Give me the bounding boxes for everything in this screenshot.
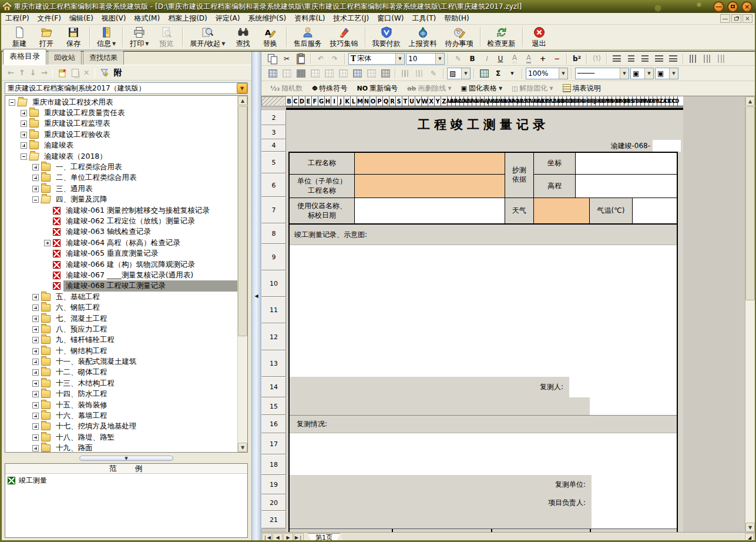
coordinate-input-cell[interactable] (576, 153, 677, 175)
tree-item[interactable]: 渝建竣-068 工程竣工测量记录 (5, 281, 237, 292)
expand-plus-icon[interactable] (21, 142, 27, 149)
tree-item[interactable]: 渝建竣-064 高程（标高）检查记录 (5, 237, 237, 248)
project-leader-input-cell[interactable] (592, 494, 677, 511)
row-header-5[interactable]: 5 (261, 152, 286, 173)
tree-item-label[interactable]: 十九、路面 (53, 443, 95, 452)
sheet-scroll-down-icon[interactable]: ▼ (745, 523, 755, 532)
align-center-icon[interactable] (624, 53, 637, 65)
tree-item-label[interactable]: 重庆建设工程质量责任表 (42, 108, 127, 119)
expand-plus-icon[interactable] (32, 337, 39, 343)
splitter-arrow-icon[interactable]: ◀ (254, 293, 258, 299)
expand-plus-icon[interactable] (32, 348, 39, 354)
menu-编辑E[interactable]: 编辑(E) (65, 12, 98, 25)
column-header-L[interactable]: L (351, 96, 357, 106)
tree-item[interactable]: 四、测量及沉降 (5, 195, 237, 205)
toolbar-button-open-folder[interactable]: 打开 (33, 25, 60, 49)
decrease-icon[interactable]: − (550, 53, 563, 65)
unit-project-name-input-cell[interactable] (355, 175, 505, 198)
auto-calc-icon[interactable] (478, 68, 490, 79)
tree-item[interactable]: 十六、幕墙工程 (5, 410, 237, 421)
temperature-input-cell[interactable] (633, 198, 677, 223)
tree-nav-up-icon[interactable]: ↑ (19, 68, 25, 77)
tree-item-label[interactable]: 渝建竣-068 工程竣工测量记录 (63, 280, 237, 292)
row-header-4[interactable]: 4 (261, 139, 286, 152)
tree-item[interactable]: 渝建竣-061 测量控制桩移交与接桩复核记录 (5, 205, 237, 216)
window-close-button[interactable]: × (741, 1, 752, 12)
fill-pattern-select[interactable]: ▨▼ (447, 68, 471, 79)
vertical-text-icon[interactable] (687, 53, 700, 65)
expand-plus-icon[interactable] (32, 316, 39, 322)
sum-dropdown-icon[interactable]: ▼ (506, 68, 519, 79)
align-distribute-icon[interactable] (667, 53, 680, 65)
tree-item-label[interactable]: 渝建竣-066 建（构）筑物沉降观测记录 (63, 259, 197, 270)
tree-item[interactable]: 六、钢筋工程 (5, 302, 237, 313)
vertical-text2-icon[interactable] (701, 53, 714, 65)
expand-plus-icon[interactable] (32, 175, 39, 181)
example-item[interactable]: 竣工测量 (5, 474, 247, 487)
tree-item[interactable]: 重庆市建设工程技术用表 (5, 97, 237, 108)
column-header-G[interactable]: G (318, 96, 325, 106)
paste-icon[interactable] (294, 53, 307, 65)
tab-回收站[interactable]: 回收站 (48, 51, 82, 65)
cell-lock-icon[interactable] (379, 68, 392, 79)
tree-item[interactable]: 十二、砌体工程 (5, 367, 237, 378)
zoom-select[interactable]: 100%▼ (526, 68, 568, 79)
row-header-17[interactable]: 17 (261, 433, 286, 454)
mdi-close-button[interactable]: × (742, 14, 752, 23)
row-header-16[interactable]: 16 (261, 415, 286, 433)
toolbar-button-pay[interactable]: 我要付款 (368, 25, 405, 49)
tree-item[interactable]: 渝建竣表 (5, 140, 237, 151)
tree-item[interactable]: 十七、挖填方及地基处理 (5, 421, 237, 432)
column-header-X[interactable]: X (428, 96, 435, 106)
expand-plus-icon[interactable] (32, 164, 39, 170)
combo-arrow-icon[interactable]: ▼ (644, 68, 653, 79)
line-style-select[interactable]: ────▼ (575, 68, 629, 79)
project-name-input-cell[interactable] (355, 153, 505, 175)
sheet-scroll-up-icon[interactable]: ▲ (745, 96, 755, 106)
toolbar-button-update[interactable]: 检查更新 (483, 25, 520, 49)
menu-帮助H[interactable]: 帮助(H) (440, 12, 473, 25)
tree-item-label[interactable]: 三、通用表 (53, 183, 95, 195)
expand-plus-icon[interactable] (32, 326, 39, 333)
tree-item-label[interactable]: 渝建竣-067 ____测量复核记录(通用表) (63, 270, 196, 281)
menu-窗口W[interactable]: 窗口(W) (373, 12, 408, 25)
row-header-7[interactable]: 7 (261, 197, 286, 223)
menu-格式M[interactable]: 格式(M) (130, 12, 164, 25)
superscript-icon[interactable]: b² (570, 53, 583, 65)
column-header-H[interactable]: H (325, 96, 331, 106)
tree-item[interactable]: 十一、装配式混凝土建筑 (5, 356, 237, 367)
custom-button-freeze-table[interactable]: ▣固化表格▼ (457, 82, 507, 95)
mdi-minimize-button[interactable]: — (720, 14, 730, 23)
tree-item-label[interactable]: 渝建竣-061 测量控制桩移交与接桩复核记录 (63, 205, 212, 216)
column-header-CD[interactable]: CD (674, 96, 678, 106)
vertical-text3-icon[interactable] (715, 53, 728, 65)
tree-item-label[interactable]: 十八、路堤、路堑 (53, 432, 117, 443)
tree-item[interactable]: 渝建竣-062 工程定位（放线）测量记录 (5, 216, 237, 226)
tree-item[interactable]: 渝建竣-067 ____测量复核记录(通用表) (5, 270, 237, 280)
expand-plus-icon[interactable] (21, 110, 27, 116)
system-dropdown-arrow-icon[interactable]: ▼ (237, 83, 247, 93)
tree-item[interactable]: 十五、装饰装修 (5, 400, 237, 410)
row-header-13[interactable]: 13 (261, 350, 286, 377)
cut-icon[interactable]: ✂ (280, 53, 293, 65)
column-header-M[interactable]: M (357, 96, 364, 106)
sheet-vertical-scrollbar[interactable]: ▲ ▼ (745, 96, 755, 532)
column-header-R[interactable]: R (389, 96, 396, 106)
row-header-3[interactable]: 3 (261, 125, 286, 139)
custom-button-renumber[interactable]: NO重新编号 (353, 82, 402, 95)
toolbar-button-print[interactable]: 打印 ▼ (126, 25, 153, 49)
tree-item[interactable]: 渝建竣-063 轴线检查记录 (5, 227, 237, 237)
menu-技术工艺J[interactable]: 技术工艺(J) (329, 12, 373, 25)
column-header-E[interactable]: E (305, 96, 312, 106)
toolbar-button-info[interactable]: 信息 ▼ (93, 25, 120, 49)
tree-item[interactable]: 五、基础工程 (5, 292, 237, 302)
elevation-input-cell[interactable] (576, 175, 677, 198)
mdi-restore-button[interactable] (731, 14, 741, 23)
combo-arrow-icon[interactable]: ▼ (559, 68, 567, 79)
expand-plus-icon[interactable] (44, 240, 51, 246)
tree-item-label[interactable]: 四、测量及沉降 (53, 194, 110, 205)
tab-表格目录[interactable]: 表格目录 (3, 49, 46, 65)
select-all-corner[interactable] (261, 96, 286, 106)
expand-plus-icon[interactable] (32, 402, 39, 409)
tree-item-label[interactable]: 渝建竣-063 轴线检查记录 (63, 226, 153, 237)
